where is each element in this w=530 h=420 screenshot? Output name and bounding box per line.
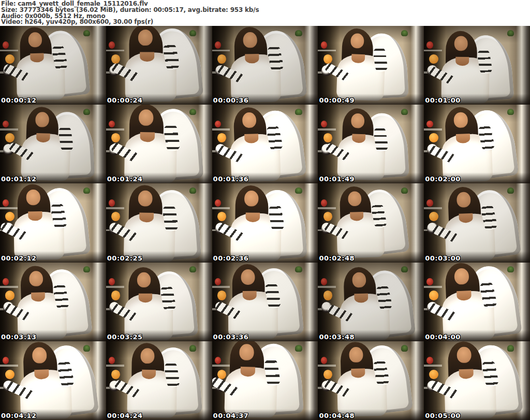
timestamp-label: 00:04:00 xyxy=(425,333,461,341)
video-thumbnail: 00:03:48 xyxy=(318,263,424,341)
thumbnail-image xyxy=(106,105,212,183)
scene-figure xyxy=(212,263,316,341)
scene-face xyxy=(239,344,254,361)
thumbnail-image xyxy=(106,183,212,262)
video-thumbnail: 00:01:36 xyxy=(212,105,318,183)
timestamp-label: 00:04:12 xyxy=(1,412,37,419)
scene-figure xyxy=(3,105,106,183)
video-thumbnail: 00:03:36 xyxy=(212,263,318,341)
video-thumbnail: 00:05:00 xyxy=(424,341,530,420)
scene-figure xyxy=(424,105,530,183)
thumbnail-image xyxy=(424,263,530,341)
timestamp-label: 00:00:12 xyxy=(1,96,37,104)
scene-neckline xyxy=(142,369,156,379)
thumbnail-image xyxy=(0,341,106,420)
scene-neckline xyxy=(139,293,152,302)
timestamp-label: 00:04:37 xyxy=(213,412,249,419)
scene-figure xyxy=(424,341,530,420)
thumbnail-image xyxy=(318,183,424,262)
scene-figure xyxy=(318,341,424,419)
video-thumbnail: 00:00:24 xyxy=(106,26,212,105)
scene-face xyxy=(28,32,42,48)
scene-face xyxy=(454,36,468,51)
timestamp-label: 00:01:12 xyxy=(1,175,37,183)
scene-face xyxy=(29,270,43,286)
timestamp-label: 00:03:00 xyxy=(425,254,461,262)
thumbnail-image xyxy=(212,263,318,341)
thumbnail-image xyxy=(106,341,212,420)
timestamp-label: 00:01:24 xyxy=(107,175,143,183)
timestamp-label: 00:01:36 xyxy=(213,175,249,183)
thumbnail-image xyxy=(0,26,106,105)
thumbnail-image xyxy=(424,183,530,262)
thumbnail-image xyxy=(318,105,424,183)
thumbnail-image xyxy=(212,26,318,105)
thumbnail-image xyxy=(0,105,106,183)
thumbnail-image xyxy=(212,105,318,183)
scene-face xyxy=(241,269,255,284)
scene-face xyxy=(243,32,257,48)
video-thumbnail: 00:01:12 xyxy=(0,105,106,183)
video-thumbnail: 00:00:12 xyxy=(0,26,106,105)
metadata-video-line: Video: h264, yuv420p, 800x600, 30.00 fps… xyxy=(1,19,530,25)
timestamp-label: 00:00:49 xyxy=(319,96,355,104)
scene-figure xyxy=(109,341,212,420)
scene-figure xyxy=(106,183,212,262)
video-thumbnail: 00:01:49 xyxy=(318,105,424,183)
thumbnail-image xyxy=(318,341,424,420)
scene-face xyxy=(139,109,153,126)
scene-face xyxy=(242,112,256,128)
scene-figure xyxy=(0,183,103,262)
timestamp-label: 00:03:48 xyxy=(319,333,355,341)
scene-figure xyxy=(212,341,318,420)
video-thumbnail: 00:03:25 xyxy=(106,263,212,341)
scene-figure xyxy=(319,26,423,105)
timestamp-label: 00:04:48 xyxy=(319,412,355,419)
scene-figure xyxy=(106,105,212,183)
thumbnail-image xyxy=(0,183,106,262)
timestamp-label: 00:02:25 xyxy=(107,254,143,262)
timestamp-label: 00:02:00 xyxy=(425,175,461,183)
video-thumbnail: 00:04:24 xyxy=(106,341,212,420)
thumbnail-image xyxy=(106,263,212,341)
video-contact-sheet: File: cam4_ywett_doll_female_15112016.fl… xyxy=(0,0,530,420)
video-thumbnail: 00:01:00 xyxy=(424,26,530,105)
timestamp-label: 00:02:12 xyxy=(1,254,37,262)
video-thumbnail: 00:03:00 xyxy=(424,183,530,262)
video-thumbnail: 00:04:12 xyxy=(0,341,106,420)
thumbnail-image xyxy=(424,341,530,420)
scene-figure xyxy=(106,26,212,104)
timestamp-label: 00:00:24 xyxy=(107,96,143,104)
video-thumbnail: 00:02:00 xyxy=(424,105,530,183)
video-thumbnail: 00:02:25 xyxy=(106,183,212,262)
timestamp-label: 00:03:36 xyxy=(213,333,249,341)
scene-figure xyxy=(424,263,530,341)
thumbnail-image xyxy=(0,263,106,341)
thumbnail-image xyxy=(106,26,212,105)
video-thumbnail: 00:02:12 xyxy=(0,183,106,262)
scene-neckline xyxy=(241,367,255,377)
scene-figure xyxy=(212,183,318,262)
scene-face xyxy=(138,30,153,46)
thumbnail-image xyxy=(212,341,318,420)
timestamp-label: 00:02:36 xyxy=(213,254,249,262)
video-thumbnail: 00:00:36 xyxy=(212,26,318,105)
timestamp-label: 00:00:36 xyxy=(213,96,249,104)
video-thumbnail: 00:04:48 xyxy=(318,341,424,420)
timestamp-label: 00:01:49 xyxy=(319,175,355,183)
video-thumbnail: 00:04:00 xyxy=(424,263,530,341)
scene-figure xyxy=(318,183,421,261)
timestamp-label: 00:02:48 xyxy=(319,254,355,262)
scene-figure xyxy=(0,263,105,341)
thumbnail-image xyxy=(212,183,318,262)
thumbnail-image xyxy=(424,26,530,105)
scene-figure xyxy=(320,106,423,184)
timestamp-label: 00:03:25 xyxy=(107,333,143,341)
scene-face xyxy=(32,347,47,364)
video-thumbnail: 00:03:13 xyxy=(0,263,106,341)
thumbnail-grid: 00:00:12 00:00:24 xyxy=(0,26,530,420)
scene-figure xyxy=(212,26,318,105)
video-thumbnail: 00:00:49 xyxy=(318,26,424,105)
timestamp-label: 00:04:24 xyxy=(107,412,143,419)
video-thumbnail: 00:02:36 xyxy=(212,183,318,262)
